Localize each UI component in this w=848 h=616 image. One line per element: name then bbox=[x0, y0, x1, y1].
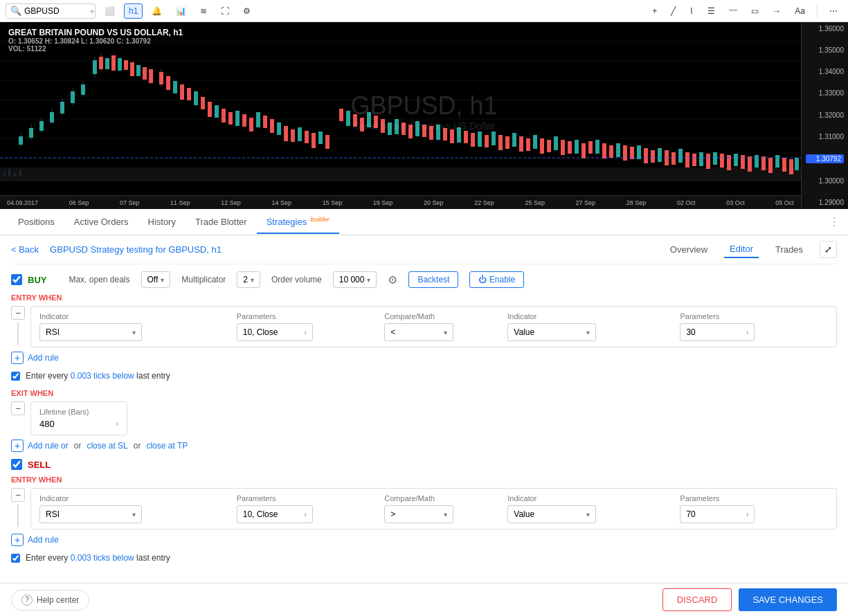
svg-rect-124 bbox=[755, 155, 759, 167]
svg-rect-56 bbox=[277, 123, 281, 135]
exit-minus-btn[interactable]: − bbox=[11, 401, 25, 415]
svg-rect-92 bbox=[533, 135, 537, 149]
time-6: 14 Sep bbox=[271, 199, 291, 206]
time-5: 12 Sep bbox=[221, 199, 241, 206]
sell-cmp-header: Compare/Math bbox=[384, 494, 507, 505]
buy-indicator2-select[interactable]: Value ▾ bbox=[507, 323, 596, 341]
backtest-btn[interactable]: Backtest bbox=[408, 271, 458, 288]
svg-rect-91 bbox=[526, 138, 530, 151]
sell-indicator2-select[interactable]: Value ▾ bbox=[507, 505, 596, 523]
discard-btn[interactable]: DISCARD bbox=[662, 588, 732, 611]
svg-rect-116 bbox=[699, 152, 703, 166]
svg-rect-103 bbox=[609, 145, 613, 158]
tab-positions[interactable]: Positions bbox=[8, 211, 64, 234]
svg-rect-113 bbox=[678, 149, 683, 163]
svg-rect-23 bbox=[71, 91, 75, 103]
multiplicator-select[interactable]: 2 ▾ bbox=[237, 271, 260, 288]
svg-rect-51 bbox=[242, 114, 246, 127]
svg-rect-57 bbox=[284, 126, 288, 141]
enter-every-checkbox[interactable] bbox=[11, 372, 20, 381]
timeframe-h1-btn[interactable]: h1 bbox=[124, 3, 143, 19]
svg-rect-42 bbox=[180, 84, 184, 100]
strategy-link[interactable]: GBPUSD, h1 bbox=[168, 244, 222, 255]
tab-history[interactable]: History bbox=[138, 211, 186, 234]
exit-add-rule-btn[interactable]: Add rule or bbox=[28, 441, 69, 451]
exit-when-label: EXIT WHEN bbox=[11, 389, 837, 397]
max-deals-label: Max. open deals bbox=[69, 275, 129, 284]
buy-indicator-select[interactable]: RSI ▾ bbox=[39, 323, 142, 341]
buy-add-rule-btn[interactable]: Add rule bbox=[28, 353, 59, 363]
ticks-link[interactable]: 0.003 ticks below bbox=[71, 371, 134, 381]
settings-btn[interactable]: ⚙ bbox=[238, 3, 255, 19]
sell-indicator-select[interactable]: RSI ▾ bbox=[39, 505, 142, 523]
crosshair-btn[interactable]: + bbox=[647, 3, 662, 19]
symbol-input[interactable] bbox=[24, 6, 87, 16]
chart-volume: VOL: 51122 bbox=[8, 45, 183, 53]
buy-parameters-select[interactable]: 10, Close › bbox=[237, 323, 313, 341]
polyline-btn[interactable]: ⌇ bbox=[685, 3, 698, 19]
overview-btn[interactable]: Overview bbox=[665, 242, 713, 257]
sell-params-arrow: › bbox=[304, 511, 306, 518]
svg-rect-10 bbox=[14, 173, 16, 176]
trades-btn[interactable]: Trades bbox=[770, 242, 809, 257]
sell-parameters-select[interactable]: 10, Close › bbox=[237, 505, 313, 523]
svg-rect-49 bbox=[228, 112, 233, 125]
duplicate-btn[interactable]: ⬜ bbox=[100, 3, 120, 19]
buy-add-rule-row: + Add rule bbox=[11, 352, 837, 364]
svg-rect-104 bbox=[616, 143, 620, 157]
time-4: 11 Sep bbox=[170, 199, 190, 206]
more-btn[interactable]: ⋯ bbox=[824, 3, 842, 19]
indicators-btn[interactable]: ≋ bbox=[195, 3, 212, 19]
arrow-btn[interactable]: → bbox=[768, 3, 786, 19]
ind-arrow: ▾ bbox=[132, 329, 136, 336]
tab-active-orders[interactable]: Active Orders bbox=[64, 211, 138, 234]
expand-btn[interactable]: ⤢ bbox=[820, 241, 837, 258]
max-deals-select[interactable]: Off ▾ bbox=[141, 271, 171, 288]
enter-every-row: Enter every 0.003 ticks below last entry bbox=[11, 371, 837, 381]
rect-btn[interactable]: ▭ bbox=[746, 3, 764, 19]
sell-entry-minus-btn[interactable]: − bbox=[11, 488, 25, 502]
text-btn[interactable]: Aa bbox=[790, 3, 810, 19]
chart-type-btn[interactable]: 📊 bbox=[171, 3, 191, 19]
save-changes-btn[interactable]: SAVE CHANGES bbox=[739, 588, 837, 611]
buy-compare-select[interactable]: < ▾ bbox=[384, 323, 453, 341]
sell-checkbox[interactable] bbox=[11, 459, 22, 470]
svg-rect-85 bbox=[485, 135, 489, 147]
sell-ticks-link[interactable]: 0.003 ticks below bbox=[71, 553, 134, 563]
buy-entry-minus-btn[interactable]: − bbox=[11, 306, 25, 320]
panel-drag-handle[interactable]: ⋮ bbox=[829, 215, 840, 228]
svg-rect-33 bbox=[124, 60, 128, 70]
grid-btn[interactable]: ☰ bbox=[703, 3, 720, 19]
help-center-btn[interactable]: ? Help center bbox=[11, 590, 89, 610]
sell-params-header: Parameters bbox=[237, 494, 385, 505]
back-button[interactable]: < Back bbox=[11, 244, 39, 255]
toolbar-divider bbox=[817, 4, 818, 18]
buy-parameters2-select[interactable]: 30 › bbox=[680, 323, 755, 341]
wave-btn[interactable]: 〰 bbox=[724, 3, 742, 19]
buy-checkbox[interactable] bbox=[11, 274, 22, 285]
enable-btn[interactable]: ⏻ Enable bbox=[469, 271, 524, 288]
fullscreen-btn[interactable]: ⛶ bbox=[216, 3, 234, 19]
tab-strategies[interactable]: Strategies builder bbox=[257, 210, 339, 234]
svg-rect-97 bbox=[568, 141, 572, 154]
svg-rect-110 bbox=[658, 148, 662, 162]
sell-add-rule-btn[interactable]: Add rule bbox=[28, 535, 59, 545]
lifetime-arrow[interactable]: › bbox=[116, 420, 118, 428]
close-at-tp-link[interactable]: close at TP bbox=[146, 441, 188, 451]
time-14: 02 Oct bbox=[677, 199, 696, 206]
price-6: 1.31000 bbox=[806, 133, 844, 141]
sell-enter-every-checkbox[interactable] bbox=[11, 554, 20, 563]
order-volume-select[interactable]: 10 000 ▾ bbox=[333, 271, 377, 288]
tab-trade-blotter[interactable]: Trade Blotter bbox=[186, 211, 257, 234]
editor-btn[interactable]: Editor bbox=[724, 241, 759, 258]
settings-gear-btn[interactable]: ⚙ bbox=[388, 273, 397, 287]
trendline-btn[interactable]: ╱ bbox=[666, 3, 680, 19]
close-at-sl-link[interactable]: close at SL bbox=[87, 441, 127, 451]
svg-rect-93 bbox=[540, 138, 544, 154]
alerts-btn[interactable]: 🔔 bbox=[147, 3, 167, 19]
strategy-title: GBPUSD Strategy testing for GBPUSD, h1 bbox=[50, 244, 222, 255]
chart-area[interactable]: GREAT BRITAIN POUND VS US DOLLAR, h1 O: … bbox=[0, 22, 848, 209]
symbol-search-box[interactable]: 🔍 + bbox=[6, 3, 96, 19]
sell-compare-select[interactable]: > ▾ bbox=[384, 505, 453, 523]
sell-parameters2-select[interactable]: 70 › bbox=[680, 505, 755, 523]
